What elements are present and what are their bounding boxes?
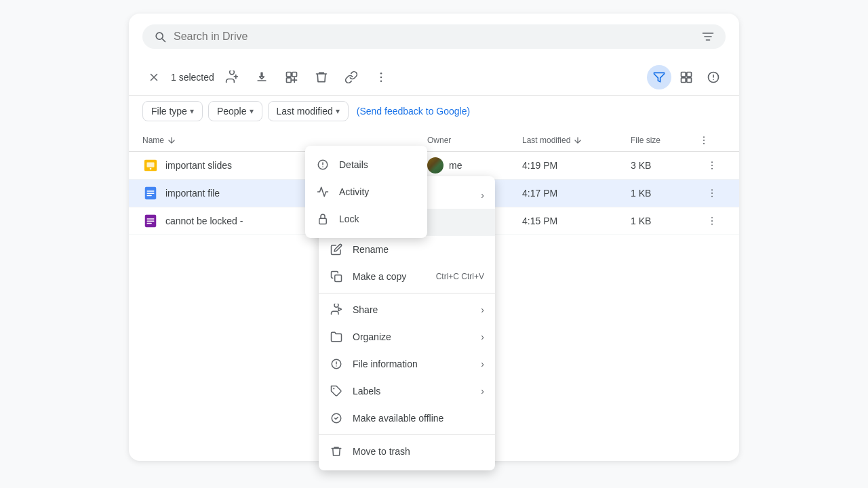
svg-point-11: [703, 136, 705, 138]
people-filter[interactable]: People ▾: [208, 101, 262, 121]
menu-item-available-offline[interactable]: Make available offline: [319, 405, 495, 432]
file-size-value: 1 KB: [631, 188, 698, 199]
file-name: cannot be locked -: [165, 216, 243, 226]
people-chevron-icon: ▾: [250, 106, 254, 116]
feedback-link[interactable]: (Send feedback to Google): [357, 106, 470, 117]
sub-menu-item-lock[interactable]: Lock: [305, 205, 427, 232]
svg-rect-28: [147, 218, 155, 219]
svg-rect-6: [682, 73, 686, 77]
sub-menu-item-activity[interactable]: Activity: [305, 178, 427, 205]
svg-point-25: [711, 192, 713, 194]
labels-arrow-icon: ›: [481, 386, 484, 396]
search-input[interactable]: [174, 30, 694, 43]
svg-rect-30: [147, 223, 152, 224]
menu-divider: [319, 293, 495, 293]
svg-point-4: [380, 77, 382, 79]
file-type-chevron-icon: ▾: [190, 106, 194, 116]
menu-organize-label: Organize: [353, 331, 471, 342]
last-modified-value: 4:17 PM: [522, 188, 631, 199]
svg-point-24: [711, 189, 713, 190]
svg-rect-7: [687, 73, 692, 77]
owner-cell: me: [427, 157, 522, 174]
close-selection-button[interactable]: [142, 66, 165, 89]
menu-item-make-copy[interactable]: Make a copy Ctrl+C Ctrl+V: [319, 263, 495, 290]
svg-point-13: [703, 143, 705, 144]
filter-view-button[interactable]: [647, 65, 671, 89]
menu-trash-label: Move to trash: [353, 446, 484, 457]
row-more-button[interactable]: [698, 185, 726, 201]
more-options-button[interactable]: [369, 65, 393, 89]
svg-rect-0: [286, 73, 291, 77]
doc-icon: [142, 185, 159, 201]
grid-view-button[interactable]: [674, 65, 698, 89]
menu-item-move-trash[interactable]: Move to trash: [319, 438, 495, 465]
menu-item-rename[interactable]: Rename: [319, 236, 495, 263]
slides-icon: [142, 157, 159, 174]
svg-rect-21: [147, 190, 155, 191]
table-header: Name Owner Last modified File size: [129, 129, 739, 152]
file-name: important slides: [165, 160, 232, 171]
menu-share-label: Share: [353, 304, 471, 315]
label-icon: [330, 384, 343, 398]
file-info-arrow-icon: ›: [481, 359, 484, 369]
add-people-button[interactable]: [220, 65, 244, 89]
menu-file-info-label: File information: [353, 359, 471, 369]
toolbar-right: [647, 65, 726, 89]
menu-offline-label: Make available offline: [353, 413, 484, 424]
col-header-more: [698, 135, 726, 146]
last-modified-value: 4:19 PM: [522, 160, 631, 171]
organize-icon: [330, 330, 343, 344]
svg-point-19: [711, 168, 713, 169]
file-row[interactable]: important slides me 4:19 PM 3 KB: [129, 152, 739, 180]
svg-rect-29: [147, 221, 155, 222]
lock-icon: [316, 212, 330, 226]
menu-item-organize[interactable]: Organize ›: [319, 323, 495, 350]
svg-point-17: [711, 161, 713, 163]
svg-point-3: [380, 73, 382, 75]
menu-divider-2: [319, 434, 495, 435]
upload-button[interactable]: [279, 65, 304, 89]
avatar: [427, 157, 443, 174]
sub-menu-lock-label: Lock: [339, 214, 359, 224]
row-more-button[interactable]: [698, 157, 726, 174]
share-arrow-icon: ›: [481, 304, 484, 315]
svg-rect-40: [319, 218, 327, 224]
row-more-button[interactable]: [698, 213, 726, 229]
search-icon: [153, 30, 167, 43]
file-size-value: 1 KB: [631, 216, 698, 226]
menu-item-file-information[interactable]: File information ›: [319, 350, 495, 378]
svg-rect-2: [286, 78, 291, 83]
info-circle-icon: [330, 357, 343, 371]
svg-rect-15: [147, 162, 155, 167]
organize-arrow-icon: ›: [481, 331, 484, 342]
svg-point-12: [703, 140, 705, 141]
col-header-last-modified[interactable]: Last modified: [522, 135, 631, 146]
svg-point-37: [333, 388, 334, 389]
last-modified-filter[interactable]: Last modified ▾: [268, 101, 349, 121]
purple-doc-icon: [142, 213, 159, 229]
toolbar: 1 selected: [129, 60, 739, 96]
menu-copy-shortcut: Ctrl+C Ctrl+V: [436, 272, 484, 281]
svg-rect-9: [687, 78, 692, 83]
toolbar-left: 1 selected: [142, 65, 644, 89]
menu-copy-label: Make a copy: [353, 271, 427, 282]
search-settings-icon[interactable]: [701, 30, 715, 43]
sub-menu-item-details[interactable]: Details: [305, 151, 427, 178]
file-type-filter[interactable]: File type ▾: [142, 101, 203, 121]
sub-menu-details-label: Details: [339, 159, 368, 170]
menu-item-labels[interactable]: Labels ›: [319, 378, 495, 405]
info-button[interactable]: [701, 65, 726, 89]
col-header-name[interactable]: Name: [142, 135, 427, 146]
drive-container: 1 selected: [129, 14, 739, 461]
delete-button[interactable]: [309, 65, 334, 89]
file-name: important file: [165, 188, 220, 199]
offline-icon: [330, 411, 343, 425]
link-button[interactable]: [339, 65, 363, 89]
svg-rect-35: [335, 275, 342, 282]
menu-item-share[interactable]: Share ›: [319, 296, 495, 323]
sub-menu-activity-label: Activity: [339, 186, 369, 197]
svg-rect-1: [292, 73, 297, 77]
trash-icon: [330, 445, 343, 458]
col-header-file-size: File size: [631, 135, 698, 146]
download-button[interactable]: [250, 65, 274, 89]
